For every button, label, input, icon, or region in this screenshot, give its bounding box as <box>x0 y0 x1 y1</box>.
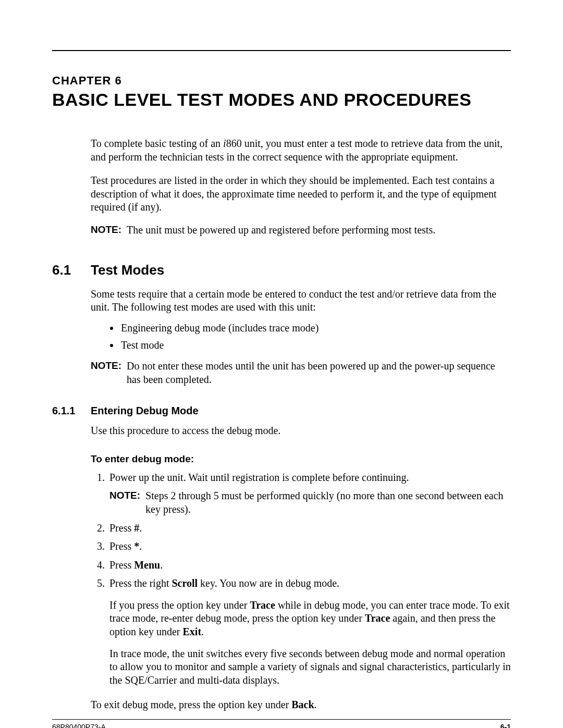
note-label: NOTE: <box>91 224 127 237</box>
key: Trace <box>250 599 275 611</box>
note-body: Do not enter these modes until the unit … <box>127 360 511 386</box>
section-6-1-1-heading: 6.1.1 Entering Debug Mode <box>52 405 511 417</box>
footer: 68P80400P73-A 6-1 <box>52 723 511 728</box>
section-6-1-1-paragraph: Use this procedure to access the debug m… <box>91 424 511 438</box>
chapter-title: BASIC LEVEL TEST MODES AND PROCEDURES <box>52 90 511 110</box>
text: . <box>160 559 163 571</box>
key: Scroll <box>172 577 198 589</box>
section-6-1-paragraph: Some tests require that a certain mode b… <box>91 288 511 314</box>
text: Press <box>109 540 134 552</box>
ordered-steps: Power up the unit. Wait until registrati… <box>91 471 511 687</box>
step-5-paragraph-3: In trace mode, the unit switches every f… <box>109 647 511 687</box>
step-1-note: NOTE: Steps 2 through 5 must be performe… <box>109 489 511 516</box>
exit-paragraph: To exit debug mode, press the option key… <box>91 698 511 712</box>
subsection-number: 6.1.1 <box>52 405 91 417</box>
note-body: The unit must be powered up and register… <box>127 224 511 237</box>
key: * <box>134 540 139 552</box>
step-2: Press #. <box>107 522 511 535</box>
text: Press the right <box>109 577 172 589</box>
list-item: Test mode <box>120 339 511 352</box>
text: Press <box>109 522 134 534</box>
text: . <box>139 540 142 552</box>
text: To complete basic testing of an <box>91 138 223 149</box>
step-3: Press *. <box>107 540 511 553</box>
procedure-subhead: To enter debug mode: <box>91 453 511 465</box>
key: Menu <box>134 559 160 571</box>
note-2: NOTE: Do not enter these modes until the… <box>91 360 511 386</box>
note-body: Steps 2 through 5 must be performed quic… <box>145 489 511 516</box>
note-1: NOTE: The unit must be powered up and re… <box>91 224 511 237</box>
text: If you press the option key under <box>109 599 250 611</box>
intro-paragraph-2: Test procedures are listed in the order … <box>91 174 511 214</box>
key: Exit <box>183 626 202 637</box>
top-rule <box>52 50 511 51</box>
subsection-title: Entering Debug Mode <box>91 405 199 417</box>
text: Press <box>109 559 134 571</box>
footer-doc-number: 68P80400P73-A <box>52 723 106 728</box>
section-title: Test Modes <box>91 262 164 278</box>
step-5: Press the right Scroll key. You now are … <box>107 577 511 687</box>
step-1: Power up the unit. Wait until registrati… <box>107 471 511 516</box>
key: # <box>134 522 139 534</box>
text: To exit debug mode, press the option key… <box>91 699 291 710</box>
note-label: NOTE: <box>91 360 127 386</box>
text: . <box>139 522 142 534</box>
key: Back <box>291 699 314 710</box>
bottom-rule <box>52 719 511 720</box>
text: . <box>314 699 317 710</box>
intro-paragraph-1: To complete basic testing of an i860 uni… <box>91 137 511 164</box>
section-6-1-1-body: Use this procedure to access the debug m… <box>91 417 511 712</box>
note-label: NOTE: <box>109 489 145 516</box>
section-number: 6.1 <box>52 262 91 278</box>
section-6-1-body: Some tests require that a certain mode b… <box>91 278 511 387</box>
step-5-paragraph-2: If you press the option key under Trace … <box>109 599 511 639</box>
text: . <box>201 626 204 637</box>
footer-page-number: 6-1 <box>500 723 511 728</box>
key: Trace <box>365 612 390 624</box>
text: key. You now are in debug mode. <box>198 577 339 589</box>
bullet-list: Engineering debug mode (includes trace m… <box>91 322 511 352</box>
step-text: Power up the unit. Wait until registrati… <box>109 472 409 483</box>
page: CHAPTER 6 BASIC LEVEL TEST MODES AND PRO… <box>0 0 563 728</box>
step-4: Press Menu. <box>107 559 511 572</box>
intro-block: To complete basic testing of an i860 uni… <box>91 110 511 237</box>
chapter-label: CHAPTER 6 <box>52 74 511 88</box>
list-item: Engineering debug mode (includes trace m… <box>120 322 511 335</box>
section-6-1-heading: 6.1 Test Modes <box>52 262 511 278</box>
